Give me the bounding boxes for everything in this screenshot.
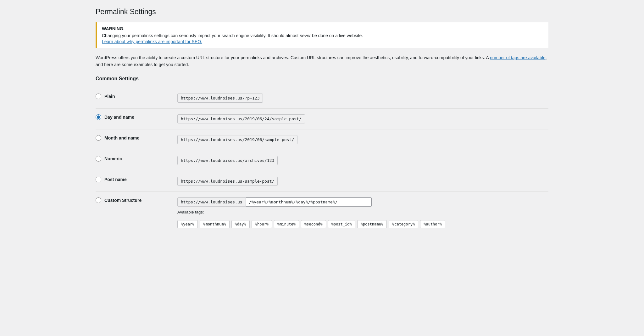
- tag-button-monthnum[interactable]: %monthnum%: [200, 220, 229, 228]
- option-row-post-name: Post namehttps://www.loudnoises.us/sampl…: [96, 171, 548, 191]
- option-row-numeric: Numerichttps://www.loudnoises.us/archive…: [96, 150, 548, 171]
- radio-day-and-name[interactable]: [96, 114, 101, 120]
- intro-text-1: WordPress offers you the ability to crea…: [96, 55, 490, 60]
- radio-numeric[interactable]: [96, 156, 101, 162]
- tag-button-post-id[interactable]: %post_id%: [328, 220, 355, 228]
- custom-structure-inputs: https://www.loudnoises.us: [177, 197, 548, 207]
- permalink-options: Plainhttps://www.loudnoises.us/?p=123Day…: [96, 88, 548, 191]
- tags-container: %year%%monthnum%%day%%hour%%minute%%seco…: [177, 220, 548, 228]
- warning-text-2: be done on a live website.: [311, 33, 363, 38]
- warning-text-1: Changing your permalinks settings can se…: [102, 33, 300, 38]
- url-display-plain: https://www.loudnoises.us/?p=123: [177, 94, 263, 103]
- warning-link[interactable]: Learn about why permalinks are important…: [102, 39, 202, 44]
- available-tags-label: Available tags:: [177, 210, 548, 214]
- tag-button-day[interactable]: %day%: [231, 220, 250, 228]
- value-col-plain: https://www.loudnoises.us/?p=123: [177, 94, 548, 103]
- custom-base-url: https://www.loudnoises.us: [177, 197, 246, 207]
- label-month-and-name[interactable]: Month and name: [104, 135, 139, 140]
- tag-button-category[interactable]: %category%: [389, 220, 418, 228]
- url-display-month-and-name: https://www.loudnoises.us/2019/06/sample…: [177, 135, 297, 144]
- value-col-day-and-name: https://www.loudnoises.us/2019/06/24/sam…: [177, 114, 548, 123]
- url-display-post-name: https://www.loudnoises.us/sample-post/: [177, 177, 278, 186]
- custom-structure-row: Custom Structure https://www.loudnoises.…: [96, 191, 548, 234]
- warning-text: Changing your permalinks settings can se…: [102, 32, 543, 39]
- label-post-name[interactable]: Post name: [104, 177, 127, 182]
- label-numeric[interactable]: Numeric: [104, 156, 122, 161]
- url-display-day-and-name: https://www.loudnoises.us/2019/06/24/sam…: [177, 114, 305, 123]
- custom-structure-label[interactable]: Custom Structure: [104, 198, 142, 203]
- tag-button-postname[interactable]: %postname%: [357, 220, 387, 228]
- value-col-numeric: https://www.loudnoises.us/archives/123: [177, 156, 548, 165]
- value-col-post-name: https://www.loudnoises.us/sample-post/: [177, 177, 548, 186]
- custom-structure-label-col: Custom Structure: [96, 197, 177, 203]
- option-row-month-and-name: Month and namehttps://www.loudnoises.us/…: [96, 129, 548, 150]
- label-day-and-name[interactable]: Day and name: [104, 115, 134, 120]
- intro-text: WordPress offers you the ability to crea…: [96, 54, 548, 68]
- label-plain[interactable]: Plain: [104, 94, 115, 99]
- page-title: Permalink Settings: [96, 8, 548, 16]
- tag-button-year[interactable]: %year%: [177, 220, 198, 228]
- radio-plain[interactable]: [96, 94, 101, 99]
- label-col-numeric: Numeric: [96, 156, 177, 162]
- option-row-plain: Plainhttps://www.loudnoises.us/?p=123: [96, 88, 548, 108]
- url-display-numeric: https://www.loudnoises.us/archives/123: [177, 156, 278, 165]
- tag-button-second[interactable]: %second%: [301, 220, 326, 228]
- warning-box: WARNING: Changing your permalinks settin…: [96, 22, 548, 48]
- custom-structure-value-col: https://www.loudnoises.us Available tags…: [177, 197, 548, 228]
- intro-link[interactable]: number of tags are available: [490, 55, 546, 60]
- label-col-day-and-name: Day and name: [96, 114, 177, 120]
- tag-button-author[interactable]: %author%: [420, 220, 445, 228]
- tag-button-hour[interactable]: %hour%: [252, 220, 272, 228]
- option-row-day-and-name: Day and namehttps://www.loudnoises.us/20…: [96, 108, 548, 129]
- custom-structure-radio[interactable]: [96, 197, 101, 203]
- label-col-post-name: Post name: [96, 177, 177, 182]
- common-settings-title: Common Settings: [96, 76, 548, 82]
- label-col-month-and-name: Month and name: [96, 135, 177, 141]
- warning-label: WARNING:: [102, 26, 125, 31]
- value-col-month-and-name: https://www.loudnoises.us/2019/06/sample…: [177, 135, 548, 144]
- tag-button-minute[interactable]: %minute%: [274, 220, 299, 228]
- custom-structure-input[interactable]: [246, 197, 372, 207]
- radio-post-name[interactable]: [96, 177, 101, 182]
- radio-month-and-name[interactable]: [96, 135, 101, 141]
- warning-italic: never: [300, 33, 311, 38]
- label-col-plain: Plain: [96, 94, 177, 99]
